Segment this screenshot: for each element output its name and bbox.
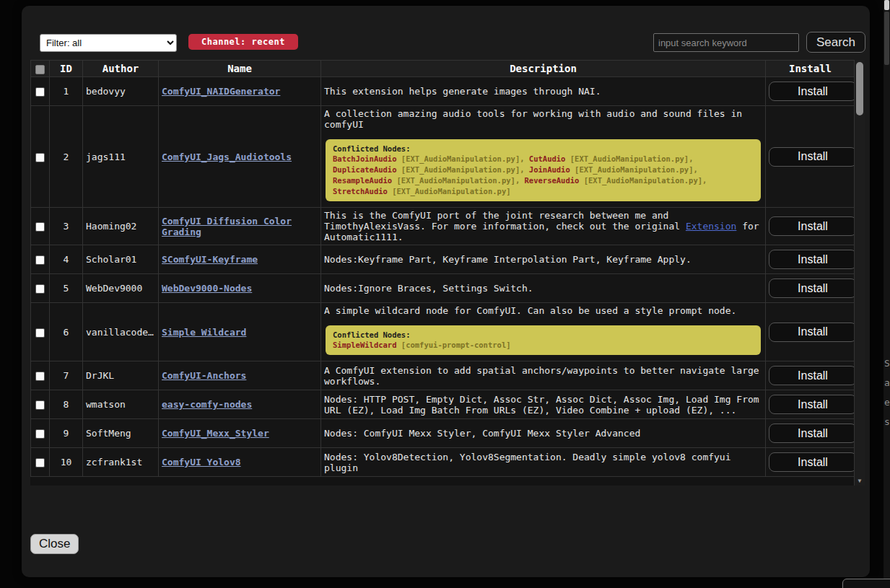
conflict-node-source: [EXT_AudioManipulation.py] bbox=[397, 154, 520, 163]
close-button[interactable]: Close bbox=[30, 534, 79, 554]
header-id: ID bbox=[50, 61, 83, 77]
table-scrollbar[interactable]: ▼ bbox=[854, 60, 865, 486]
install-button[interactable]: Install bbox=[769, 82, 857, 101]
install-button[interactable]: Install bbox=[769, 147, 857, 167]
row-id: 6 bbox=[50, 303, 83, 361]
install-button[interactable]: Install bbox=[769, 250, 857, 269]
table-row: 4 Scholar01 SComfyUI-Keyframe Nodes:Keyf… bbox=[31, 245, 855, 274]
table-row: 9 SoftMeng ComfyUI_Mexx_Styler Nodes: Co… bbox=[31, 419, 855, 448]
checkbox-cell bbox=[31, 448, 50, 477]
install-cell: Install bbox=[766, 274, 855, 303]
description-link[interactable]: Extension bbox=[686, 221, 736, 232]
name-cell: Simple Wildcard bbox=[159, 303, 321, 361]
author-cell: jags111 bbox=[83, 106, 159, 208]
table-row: 5 WebDev9000 WebDev9000-Nodes Nodes:Igno… bbox=[31, 274, 855, 303]
row-id: 7 bbox=[50, 361, 83, 390]
row-checkbox[interactable] bbox=[35, 284, 45, 294]
extension-name-link[interactable]: ComfyUI Diffusion Color Grading bbox=[162, 216, 292, 237]
name-cell: ComfyUI Yolov8 bbox=[159, 448, 321, 477]
filter-select[interactable]: Filter: all bbox=[40, 34, 177, 52]
description-cell: Nodes:Ignore Braces, Settings Switch. bbox=[321, 274, 766, 303]
extension-name-link[interactable]: ComfyUI Yolov8 bbox=[162, 457, 241, 468]
search-button[interactable]: Search bbox=[806, 32, 865, 53]
description-cell: Nodes:Keyframe Part, Keyframe Interpolat… bbox=[321, 245, 766, 274]
background-letter: e bbox=[884, 397, 890, 416]
conflict-node-name: SimpleWildcard bbox=[333, 341, 397, 349]
background-letter: s bbox=[884, 416, 890, 436]
checkbox-cell bbox=[31, 208, 50, 245]
extension-name-link[interactable]: ComfyUI-Anchors bbox=[162, 370, 246, 381]
table-row: 3 Haoming02 ComfyUI Diffusion Color Grad… bbox=[31, 208, 855, 245]
row-checkbox[interactable] bbox=[35, 328, 45, 338]
extension-name-link[interactable]: SComfyUI-Keyframe bbox=[162, 254, 258, 265]
conflict-node-name: DuplicateAudio bbox=[333, 165, 397, 174]
row-id: 8 bbox=[50, 390, 83, 419]
select-all-header bbox=[31, 61, 50, 77]
description-cell: Nodes: ComfyUI Mexx Styler, ComfyUI Mexx… bbox=[321, 419, 766, 448]
row-id: 3 bbox=[50, 208, 83, 245]
row-checkbox[interactable] bbox=[35, 400, 45, 410]
install-button[interactable]: Install bbox=[769, 216, 857, 236]
extension-name-link[interactable]: ComfyUI_Jags_Audiotools bbox=[162, 152, 292, 162]
channel-button[interactable]: Channel: recent bbox=[188, 34, 298, 50]
row-id: 4 bbox=[50, 245, 83, 274]
install-cell: Install bbox=[766, 303, 855, 361]
conflict-node-source: [comfyui-prompt-control] bbox=[397, 341, 511, 349]
row-id: 1 bbox=[50, 77, 83, 106]
conflict-node-source: [EXT_AudioManipulation.py] bbox=[570, 165, 694, 174]
page-scrollbar-thumb[interactable] bbox=[884, 0, 889, 10]
description-cell: This is the ComfyUI port of the joint re… bbox=[321, 208, 766, 245]
row-checkbox[interactable] bbox=[35, 372, 45, 381]
conflict-list: SimpleWildcard [comfyui-prompt-control] bbox=[333, 341, 511, 349]
checkbox-cell bbox=[31, 77, 50, 106]
row-checkbox[interactable] bbox=[35, 429, 45, 439]
select-all-checkbox[interactable] bbox=[35, 65, 45, 74]
table-row: 6 vanillacode… Simple Wildcard A simple … bbox=[31, 303, 855, 361]
install-button[interactable]: Install bbox=[769, 278, 857, 298]
extension-name-link[interactable]: WebDev9000-Nodes bbox=[162, 283, 252, 294]
table-row: 2 jags111 ComfyUI_Jags_Audiotools A coll… bbox=[31, 106, 855, 208]
description-segment: Nodes: Yolov8Detection, Yolov8Segmentati… bbox=[324, 452, 731, 473]
conflict-node-name: ResampleAudio bbox=[333, 176, 392, 185]
conflict-node-name: BatchJoinAudio bbox=[333, 154, 397, 163]
background-letter: a bbox=[884, 377, 890, 397]
row-checkbox[interactable] bbox=[35, 153, 45, 162]
description-segment: Nodes: ComfyUI Mexx Styler, ComfyUI Mexx… bbox=[324, 428, 640, 439]
background-letter: S bbox=[884, 358, 890, 377]
install-button[interactable]: Install bbox=[769, 366, 857, 385]
install-cell: Install bbox=[766, 361, 855, 390]
conflict-node-name: ReverseAudio bbox=[525, 176, 580, 185]
extensions-table: ID Author Name Description Install 1 bed… bbox=[30, 60, 855, 477]
description-segment: Nodes: HTTP POST, Empty Dict, Assoc Str,… bbox=[324, 394, 759, 416]
row-checkbox[interactable] bbox=[35, 255, 45, 265]
description-text: Nodes:Ignore Braces, Settings Switch. bbox=[324, 283, 762, 294]
scrollbar-down-arrow-icon[interactable]: ▼ bbox=[855, 478, 865, 484]
name-cell: ComfyUI_Jags_Audiotools bbox=[159, 106, 321, 208]
install-button[interactable]: Install bbox=[769, 452, 857, 472]
checkbox-cell bbox=[31, 303, 50, 361]
search-input[interactable] bbox=[653, 33, 799, 52]
author-cell: DrJKL bbox=[83, 361, 159, 390]
description-text: This is the ComfyUI port of the joint re… bbox=[324, 210, 762, 242]
name-cell: ComfyUI_NAIDGenerator bbox=[159, 77, 321, 106]
description-text: Nodes:Keyframe Part, Keyframe Interpolat… bbox=[324, 254, 762, 265]
name-cell: ComfyUI-Anchors bbox=[159, 361, 321, 390]
extension-name-link[interactable]: ComfyUI_NAIDGenerator bbox=[162, 86, 280, 97]
extension-name-link[interactable]: Simple Wildcard bbox=[162, 327, 246, 338]
install-button[interactable]: Install bbox=[769, 322, 857, 342]
page-scrollbar[interactable] bbox=[884, 0, 890, 588]
conflict-node-source: [EXT_AudioManipulation.py] bbox=[565, 154, 689, 163]
name-cell: ComfyUI Diffusion Color Grading bbox=[159, 208, 321, 245]
row-checkbox[interactable] bbox=[35, 222, 45, 232]
row-checkbox[interactable] bbox=[35, 87, 45, 97]
install-button[interactable]: Install bbox=[769, 424, 857, 443]
conflict-list: BatchJoinAudio [EXT_AudioManipulation.py… bbox=[333, 154, 707, 196]
extension-name-link[interactable]: easy-comfy-nodes bbox=[162, 399, 252, 410]
description-text: This extension helps generate images thr… bbox=[324, 86, 762, 97]
table-scrollbar-thumb[interactable] bbox=[856, 62, 863, 115]
conflict-label: Conflicted Nodes: bbox=[333, 144, 754, 153]
extension-name-link[interactable]: ComfyUI_Mexx_Styler bbox=[162, 428, 269, 439]
row-checkbox[interactable] bbox=[35, 458, 45, 468]
row-id: 9 bbox=[50, 419, 83, 448]
install-button[interactable]: Install bbox=[769, 395, 857, 414]
